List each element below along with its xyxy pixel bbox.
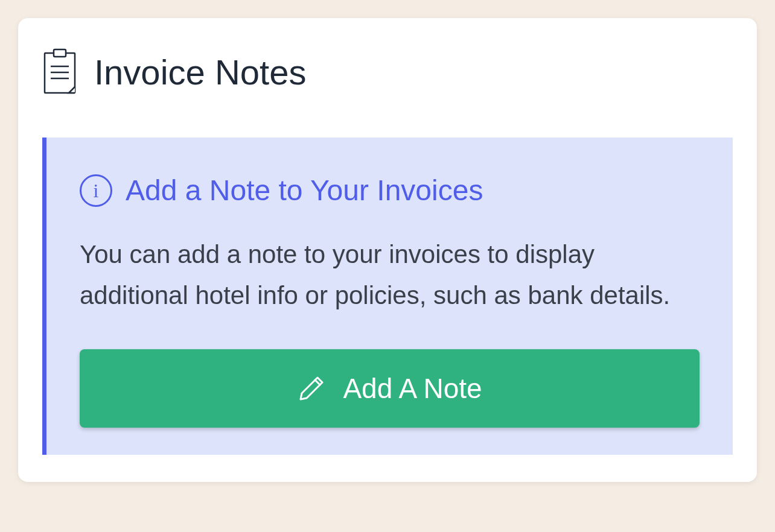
info-panel-title: Add a Note to Your Invoices [126, 174, 483, 207]
info-icon: i [80, 174, 112, 207]
add-note-button[interactable]: Add A Note [80, 349, 700, 428]
card-header: Invoice Notes [42, 48, 733, 95]
add-note-button-label: Add A Note [343, 372, 482, 405]
invoice-notes-card: Invoice Notes i Add a Note to Your Invoi… [18, 18, 757, 482]
card-title: Invoice Notes [94, 52, 306, 92]
info-panel-description: You can add a note to your invoices to d… [80, 234, 700, 316]
pencil-icon [297, 374, 326, 403]
info-panel-header: i Add a Note to Your Invoices [80, 174, 700, 207]
svg-rect-1 [54, 49, 66, 57]
clipboard-icon [42, 48, 77, 95]
svg-line-5 [315, 380, 320, 385]
info-panel: i Add a Note to Your Invoices You can ad… [42, 138, 733, 455]
